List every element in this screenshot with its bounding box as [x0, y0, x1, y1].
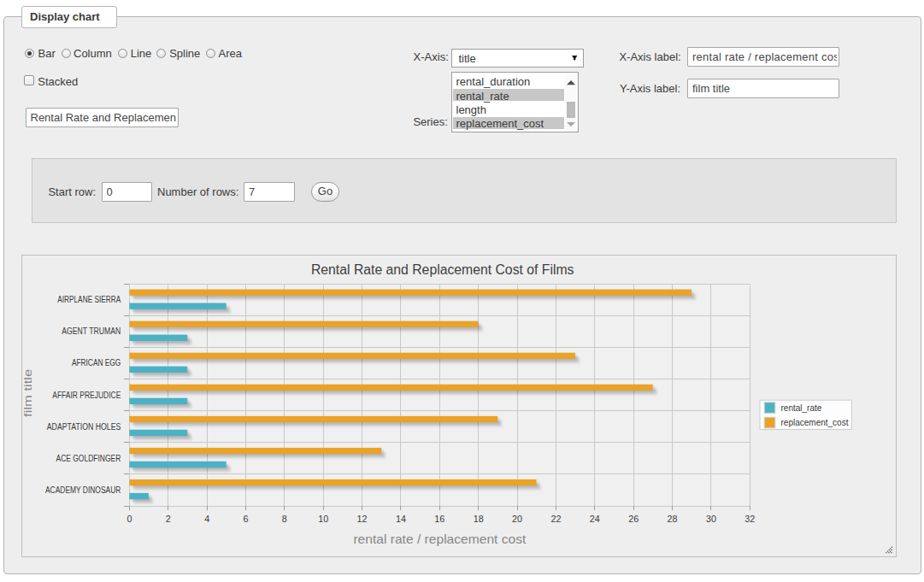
svg-text:AFFAIR PREJUDICE: AFFAIR PREJUDICE — [52, 391, 121, 400]
svg-text:AGENT TRUMAN: AGENT TRUMAN — [62, 326, 121, 336]
svg-text:16: 16 — [434, 514, 444, 524]
svg-text:2: 2 — [166, 514, 171, 524]
svg-text:ACE GOLDFINGER: ACE GOLDFINGER — [56, 454, 121, 463]
svg-text:30: 30 — [706, 514, 716, 524]
svg-text:4: 4 — [204, 514, 209, 524]
svg-text:AFRICAN EGG: AFRICAN EGG — [72, 358, 121, 367]
svg-text:18: 18 — [474, 514, 484, 524]
svg-text:14: 14 — [396, 514, 406, 524]
svg-text:rental rate / replacement cost: rental rate / replacement cost — [353, 532, 527, 546]
svg-text:32: 32 — [744, 514, 755, 524]
svg-text:6: 6 — [243, 514, 248, 524]
svg-text:22: 22 — [550, 514, 561, 524]
svg-text:10: 10 — [318, 514, 328, 524]
svg-text:ADAPTATION HOLES: ADAPTATION HOLES — [47, 422, 121, 432]
svg-text:rental_rate: rental_rate — [781, 403, 822, 413]
svg-text:Rental Rate and Replacement Co: Rental Rate and Replacement Cost of Film… — [311, 262, 574, 277]
svg-text:ACADEMY DINOSAUR: ACADEMY DINOSAUR — [45, 485, 121, 495]
svg-text:20: 20 — [512, 514, 522, 524]
svg-text:24: 24 — [590, 514, 600, 524]
svg-text:12: 12 — [357, 514, 368, 524]
svg-text:replacement_cost: replacement_cost — [781, 418, 849, 427]
svg-text:28: 28 — [668, 514, 678, 524]
svg-text:AIRPLANE SIERRA: AIRPLANE SIERRA — [57, 295, 121, 304]
svg-text:26: 26 — [628, 514, 639, 524]
svg-text:8: 8 — [282, 514, 287, 524]
svg-text:film title: film title — [22, 369, 34, 417]
svg-text:0: 0 — [127, 514, 132, 524]
